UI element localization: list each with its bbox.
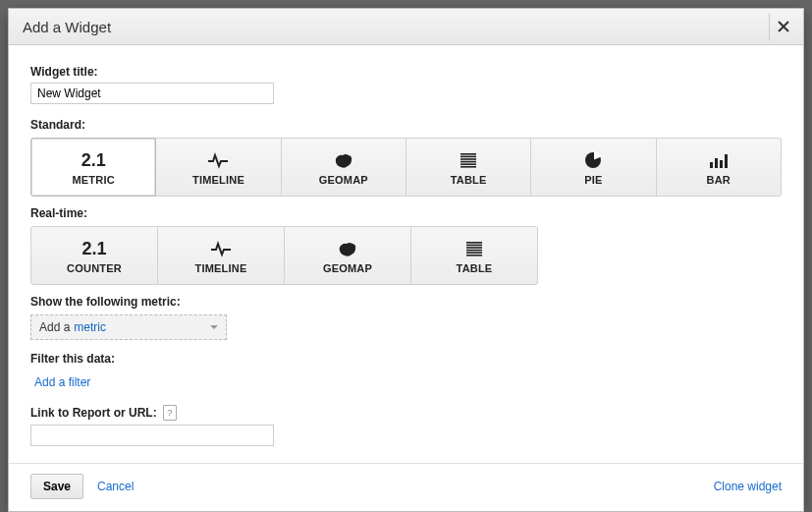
tile-timeline-label: TIMELINE xyxy=(192,174,244,186)
tile-metric-label: METRIC xyxy=(72,174,114,186)
modal-header: Add a Widget xyxy=(9,9,803,45)
tile-counter-icon: 2.1 xyxy=(81,237,106,260)
svg-rect-3 xyxy=(460,161,476,163)
widget-title-label: Widget title: xyxy=(30,65,782,79)
svg-rect-11 xyxy=(466,242,482,244)
tile-rt-geomap-icon xyxy=(337,237,358,260)
show-metric-label: Show the following metric: xyxy=(30,295,782,309)
realtime-tile-row: 2.1COUNTERTIMELINEGEOMAPTABLE xyxy=(30,226,782,285)
tile-pie[interactable]: PIE xyxy=(531,138,656,197)
svg-rect-1 xyxy=(460,156,476,158)
svg-rect-13 xyxy=(466,247,482,249)
link-report-label: Link to Report or URL: xyxy=(30,406,157,420)
tile-rt-timeline-icon xyxy=(210,237,232,260)
close-icon xyxy=(778,21,789,32)
standard-label: Standard: xyxy=(30,118,782,132)
tile-counter[interactable]: 2.1COUNTER xyxy=(30,226,158,285)
svg-rect-14 xyxy=(466,250,482,252)
svg-rect-7 xyxy=(710,162,713,168)
tile-timeline[interactable]: TIMELINE xyxy=(156,138,281,197)
tile-bar-label: BAR xyxy=(707,174,731,186)
add-filter-link[interactable]: Add a filter xyxy=(34,375,90,389)
chevron-down-icon xyxy=(210,325,218,329)
save-button[interactable]: Save xyxy=(30,474,83,499)
tile-rt-geomap-label: GEOMAP xyxy=(323,262,372,274)
tile-table[interactable]: TABLE xyxy=(406,138,531,197)
svg-rect-5 xyxy=(460,166,476,168)
tile-geomap-icon xyxy=(333,148,354,172)
add-widget-modal: Add a Widget Widget title: Standard: 2.1… xyxy=(8,8,804,512)
svg-rect-8 xyxy=(715,158,718,168)
tile-geomap[interactable]: GEOMAP xyxy=(282,138,406,197)
svg-rect-4 xyxy=(460,163,476,165)
svg-rect-0 xyxy=(460,153,476,155)
tile-counter-label: COUNTER xyxy=(67,262,122,274)
add-metric-add-text: Add a xyxy=(39,320,70,334)
widget-title-input[interactable] xyxy=(30,83,274,104)
cancel-link[interactable]: Cancel xyxy=(97,480,134,493)
link-report-row: Link to Report or URL: ? xyxy=(30,405,782,421)
standard-tile-row: 2.1METRICTIMELINEGEOMAPTABLEPIEBAR xyxy=(30,138,782,197)
svg-rect-10 xyxy=(725,154,728,168)
filter-data-label: Filter this data: xyxy=(30,352,782,366)
tile-rt-table[interactable]: TABLE xyxy=(411,226,538,285)
close-button[interactable] xyxy=(769,13,797,40)
tile-rt-table-icon xyxy=(463,237,485,260)
tile-geomap-label: GEOMAP xyxy=(319,174,368,186)
add-metric-select[interactable]: Add a metric xyxy=(30,314,227,340)
tile-table-label: TABLE xyxy=(451,174,487,186)
modal-title: Add a Widget xyxy=(23,19,769,35)
tile-bar[interactable]: BAR xyxy=(657,138,782,197)
svg-rect-16 xyxy=(466,255,482,256)
svg-rect-15 xyxy=(466,252,482,254)
link-report-input[interactable] xyxy=(30,425,274,446)
tile-metric-icon: 2.1 xyxy=(81,148,106,172)
add-metric-metric-text: metric xyxy=(74,320,106,334)
tile-rt-timeline-label: TIMELINE xyxy=(195,262,247,274)
svg-rect-2 xyxy=(460,158,476,160)
tile-rt-timeline[interactable]: TIMELINE xyxy=(158,226,285,285)
tile-table-icon xyxy=(458,148,479,172)
tile-rt-geomap[interactable]: GEOMAP xyxy=(285,226,411,285)
clone-widget-link[interactable]: Clone widget xyxy=(714,480,782,493)
tile-pie-label: PIE xyxy=(584,174,602,186)
realtime-label: Real-time: xyxy=(30,206,782,220)
svg-rect-12 xyxy=(466,245,482,247)
tile-metric[interactable]: 2.1METRIC xyxy=(30,138,156,197)
tile-bar-icon xyxy=(708,148,730,172)
tile-pie-icon xyxy=(582,148,604,172)
tile-timeline-icon xyxy=(207,148,229,172)
svg-rect-9 xyxy=(720,160,723,168)
modal-footer: Save Cancel Clone widget xyxy=(9,463,803,511)
tile-rt-table-label: TABLE xyxy=(457,262,493,274)
help-icon[interactable]: ? xyxy=(163,405,177,421)
modal-body: Widget title: Standard: 2.1METRICTIMELIN… xyxy=(9,45,803,463)
